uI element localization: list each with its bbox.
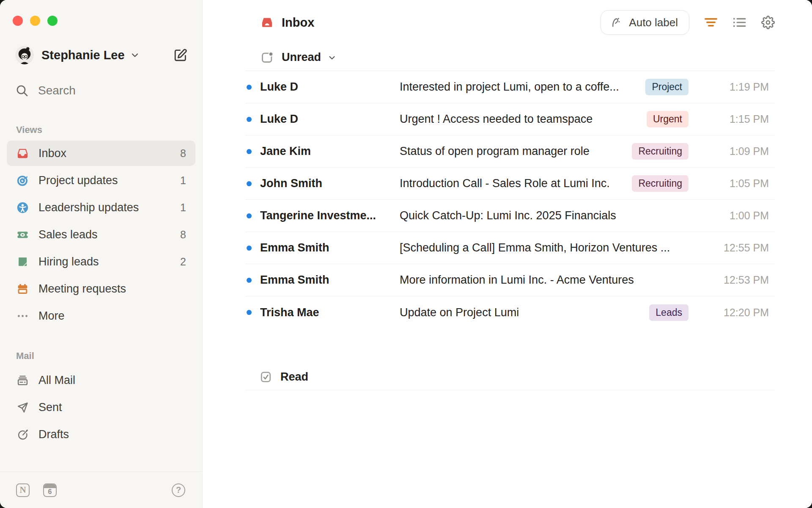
mail-row[interactable]: Tangerine Investme... Quick Catch-Up: Lu… (245, 200, 775, 232)
inbox-icon (261, 16, 274, 29)
mail-subject: Urgent ! Access needed to teamspace (400, 113, 647, 126)
mail-time: 1:19 PM (710, 81, 775, 93)
mail-subject: Quick Catch-Up: Lumi Inc. 2025 Financial… (400, 209, 710, 222)
sidebar-item-label: Leadership updates (38, 201, 139, 214)
chevron-down-icon (130, 50, 140, 60)
target-icon (16, 174, 29, 187)
sidebar-item-leadership-updates[interactable]: Leadership updates 1 (7, 194, 195, 221)
calendar-app-icon-band (44, 484, 56, 488)
label-badge[interactable]: Recruiting (632, 143, 689, 160)
unread-count: 2 (180, 256, 186, 268)
banknote-icon (16, 228, 29, 241)
auto-label-button[interactable]: Auto label (601, 10, 689, 35)
mail-row[interactable]: Emma Smith [Scheduling a Call] Emma Smit… (245, 232, 775, 264)
sidebar-item-label: Sent (38, 401, 62, 414)
main-panel: Inbox Auto label (203, 0, 812, 508)
sidebar-item-all-mail[interactable]: All Mail (7, 367, 195, 394)
mail-subject: More information in Lumi Inc. - Acme Ven… (400, 273, 710, 287)
mail-row[interactable]: Jane Kim Status of open program manager … (245, 135, 775, 168)
mail-subject: Update on Project Lumi (400, 306, 649, 319)
mail-section-title: Mail (16, 351, 202, 362)
views-list: Inbox 8 Project updates 1 (7, 141, 195, 329)
app-window: Stephanie Lee Search Views (0, 0, 812, 508)
mail-subject: Status of open program manager role (400, 145, 632, 158)
mail-sender: Jane Kim (260, 145, 400, 158)
read-section-header[interactable]: Read (245, 364, 775, 390)
mail-time: 12:53 PM (710, 274, 775, 286)
unread-icon (261, 51, 274, 64)
settings-icon[interactable] (761, 16, 775, 29)
minimize-window-button[interactable] (30, 16, 40, 26)
notion-app-icon[interactable]: N (16, 483, 30, 497)
mail-row[interactable]: Emma Smith More information in Lumi Inc.… (245, 264, 775, 296)
zoom-window-button[interactable] (47, 16, 58, 26)
mail-time: 1:15 PM (710, 113, 775, 125)
calendar-app-icon[interactable]: 6 (43, 483, 57, 497)
mail-subject: [Scheduling a Call] Emma Smith, Horizon … (400, 241, 710, 254)
list-icon[interactable] (732, 17, 747, 28)
mail-sender: Trisha Mae (260, 306, 400, 319)
mail-time: 12:20 PM (710, 306, 775, 319)
search-icon (15, 84, 29, 97)
sidebar-footer: N 6 ? (0, 472, 202, 508)
account-switcher[interactable]: Stephanie Lee (15, 46, 188, 64)
unread-dot (247, 246, 252, 251)
sidebar-item-sales-leads[interactable]: Sales leads 8 (7, 221, 195, 248)
sidebar-item-label: Inbox (38, 147, 66, 160)
sidebar-item-drafts[interactable]: Drafts (7, 421, 195, 448)
mail-sender: Luke D (260, 113, 400, 126)
label-badge[interactable]: Urgent (647, 111, 689, 127)
mail-sender: John Smith (260, 177, 400, 190)
mail-list-nav: All Mail Sent (7, 367, 195, 448)
unread-dot (247, 149, 252, 154)
mail-time: 1:00 PM (710, 210, 775, 222)
checkbox-checked-icon (260, 371, 272, 383)
close-window-button[interactable] (13, 16, 23, 26)
page-title: Inbox (282, 16, 314, 30)
sidebar-item-more[interactable]: More (7, 302, 195, 329)
sidebar-item-label: More (38, 309, 65, 323)
unread-dot (247, 278, 252, 283)
mail-time: 12:55 PM (710, 242, 775, 254)
sidebar-item-label: Sales leads (38, 228, 98, 241)
help-icon[interactable]: ? (172, 483, 185, 497)
filter-icon[interactable] (704, 17, 718, 28)
sidebar-item-sent[interactable]: Sent (7, 394, 195, 421)
unread-dot (247, 181, 252, 186)
sidebar-item-meeting-requests[interactable]: Meeting requests (7, 275, 195, 302)
window-controls (0, 0, 202, 26)
read-section-label: Read (280, 370, 308, 384)
sidebar-item-label: Meeting requests (38, 282, 126, 295)
unread-filter-label: Unread (282, 51, 321, 64)
calendar-app-icon-date: 6 (44, 488, 56, 496)
ellipsis-icon (16, 309, 29, 322)
unread-count: 1 (180, 174, 186, 187)
mail-row[interactable]: Trisha Mae Update on Project Lumi Leads … (245, 296, 775, 329)
unread-dot (247, 85, 252, 90)
sidebar-item-hiring-leads[interactable]: Hiring leads 2 (7, 248, 195, 275)
sidebar-item-inbox[interactable]: Inbox 8 (7, 141, 195, 166)
sidebar-item-label: Drafts (38, 428, 69, 441)
mail-time: 1:09 PM (710, 145, 775, 157)
label-badge[interactable]: Leads (649, 304, 689, 321)
mail-row[interactable]: John Smith Introduction Call - Sales Rol… (245, 168, 775, 200)
unread-filter-dropdown[interactable]: Unread (245, 44, 775, 71)
drafts-icon (16, 428, 29, 441)
unread-count: 1 (180, 202, 186, 214)
calendar-icon (16, 282, 29, 295)
unread-count: 8 (180, 229, 186, 241)
search-button[interactable]: Search (15, 84, 202, 97)
all-mail-icon (16, 374, 29, 387)
mail-row[interactable]: Luke D Interested in project Lumi, open … (245, 71, 775, 103)
label-badge[interactable]: Project (645, 79, 689, 95)
label-badge[interactable]: Recruiting (632, 175, 689, 192)
sidebar-item-project-updates[interactable]: Project updates 1 (7, 167, 195, 194)
views-section-title: Views (16, 124, 202, 135)
mail-sender: Emma Smith (260, 273, 400, 287)
accessibility-icon (16, 201, 29, 214)
send-icon (16, 401, 29, 414)
compose-icon[interactable] (173, 48, 188, 62)
mail-row[interactable]: Luke D Urgent ! Access needed to teamspa… (245, 103, 775, 135)
sidebar-item-label: All Mail (38, 374, 75, 387)
user-name: Stephanie Lee (41, 48, 125, 62)
